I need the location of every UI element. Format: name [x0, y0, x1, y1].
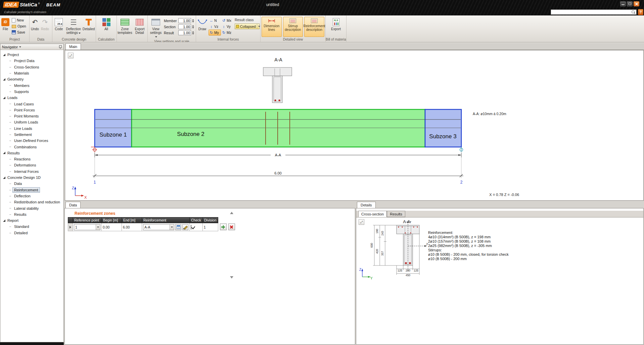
file-button[interactable]: ID File — [1, 16, 10, 32]
nav-item-redistribution[interactable]: Redistribution and reduction — [0, 199, 63, 205]
save-button[interactable]: Save — [11, 29, 27, 35]
reference-point-dropdown[interactable]: 1 — [74, 224, 100, 230]
open-button[interactable]: Open — [11, 23, 27, 29]
result-scale-spinner[interactable] — [192, 31, 194, 35]
nav-item-standard[interactable]: Standard — [0, 224, 63, 230]
nav-item-uniform-loads[interactable]: Uniform Loads — [0, 119, 63, 125]
view-settings-button[interactable]: View settings — [148, 16, 163, 39]
edit-reinforcement-button[interactable] — [182, 224, 188, 230]
end-value[interactable]: 6.00 — [122, 223, 142, 231]
collapse-icon[interactable] — [3, 78, 5, 81]
force-toggle-n[interactable]: ↔N — [209, 17, 221, 23]
force-toggle-vy[interactable]: ↕Vy — [221, 23, 233, 30]
nav-section-report[interactable]: Report — [0, 217, 63, 224]
check-checkbox[interactable] — [191, 225, 191, 230]
nav-item-point-moments[interactable]: Point Moments — [0, 113, 63, 119]
export-detail-button[interactable]: Export Detail — [133, 16, 146, 36]
collapse-icon[interactable] — [3, 97, 5, 99]
collapse-icon[interactable] — [3, 152, 5, 154]
add-zone-button[interactable] — [220, 224, 227, 230]
reinforcement-description-toggle[interactable]: Reinforcement description — [304, 17, 324, 37]
nav-item-combinations[interactable]: Combinations — [0, 144, 63, 150]
begin-value[interactable]: 0.00 — [102, 223, 122, 231]
force-toggle-vz[interactable]: ↕Vz — [209, 23, 221, 30]
member-scale-spinner[interactable] — [192, 19, 194, 22]
nav-item-materials[interactable]: Materials — [0, 70, 63, 76]
group-label-project: Project — [0, 37, 29, 42]
nav-item-deflection[interactable]: Deflection — [0, 193, 63, 199]
subzone-2-region[interactable] — [132, 109, 425, 147]
row-marker[interactable] — [68, 223, 73, 231]
search-input[interactable] — [551, 10, 631, 14]
stirrup-description-toggle[interactable]: Stirrup description — [283, 17, 303, 37]
delete-zone-button[interactable] — [228, 224, 235, 230]
nav-item-supports[interactable]: Supports — [0, 89, 63, 95]
nav-item-deformations[interactable]: Deformations — [0, 162, 63, 168]
subzone-3-region[interactable] — [425, 109, 461, 147]
new-button[interactable]: New — [11, 17, 27, 23]
nav-item-data[interactable]: Data — [0, 181, 63, 187]
dimension-lines-toggle[interactable]: Dimension lines — [262, 17, 282, 37]
tab-results[interactable]: Results — [387, 211, 405, 217]
scroll-up-arrow[interactable] — [230, 212, 233, 214]
nav-item-lateral-stability[interactable]: Lateral stability — [0, 205, 63, 211]
deflection-settings-button[interactable]: Deflection settings — [65, 16, 82, 36]
subzone-1-region[interactable] — [95, 109, 132, 147]
section-scale-input[interactable] — [178, 24, 191, 29]
tab-cross-section[interactable]: Cross-section — [358, 211, 387, 217]
scroll-down-arrow[interactable] — [230, 276, 233, 279]
zone-template-button[interactable] — [175, 224, 181, 230]
force-toggle-mz[interactable]: ↻Mz — [221, 30, 233, 36]
section-scale-spinner[interactable] — [192, 25, 194, 29]
member-scale-input[interactable] — [178, 18, 191, 23]
draw-button[interactable]: Draw — [197, 16, 208, 32]
navigator-dropdown-icon[interactable] — [19, 46, 21, 48]
result-scale-input[interactable] — [178, 30, 191, 35]
nav-item-project-data[interactable]: Project Data — [0, 58, 63, 64]
nav-item-reactions[interactable]: Reactions — [0, 156, 63, 162]
calculate-all-button[interactable]: All — [102, 16, 111, 32]
search-icon[interactable] — [631, 10, 636, 14]
nav-item-user-defined-forces[interactable]: User-Defined Forces — [0, 138, 63, 144]
nav-item-cross-sections[interactable]: Cross-Sections — [0, 64, 63, 70]
nav-item-load-cases[interactable]: Load Cases — [0, 101, 63, 107]
maximize-button[interactable] — [627, 1, 633, 6]
tab-data[interactable]: Data — [65, 202, 81, 208]
force-toggle-mx[interactable]: ↺Mx — [221, 17, 233, 23]
nav-item-settlement[interactable]: Settlement — [0, 132, 63, 138]
detailed-button[interactable]: Detailed — [82, 16, 95, 32]
pin-icon[interactable] — [58, 45, 62, 49]
nav-section-project[interactable]: Project — [0, 52, 63, 58]
nav-item-line-loads[interactable]: Line Loads — [0, 126, 63, 132]
force-toggle-my[interactable]: ↻My — [209, 30, 221, 36]
code-button[interactable]: 25.8 Code — [53, 16, 65, 32]
fit-view-button[interactable]: ⤢ — [68, 53, 74, 58]
close-button[interactable] — [634, 1, 639, 6]
nav-section-concrete-design-1d[interactable]: Concrete Design 1D — [0, 175, 63, 181]
collapse-icon[interactable] — [3, 54, 5, 56]
nav-item-members[interactable]: Members — [0, 82, 63, 88]
nav-section-loads[interactable]: Loads — [0, 95, 63, 101]
nav-section-results[interactable]: Results — [0, 150, 63, 156]
minimize-button[interactable] — [620, 1, 626, 6]
division-value[interactable]: 1 — [202, 223, 218, 231]
zone-templates-button[interactable]: Zone templates — [118, 16, 132, 36]
export-bom-button[interactable]: XLS Export — [330, 16, 341, 32]
help-button[interactable]: ? — [638, 9, 643, 15]
nav-item-internal-forces[interactable]: Internal Forces — [0, 168, 63, 175]
collapse-icon[interactable] — [3, 177, 5, 179]
undo-button[interactable]: ↶ Undo — [30, 16, 40, 32]
nav-item-detailed[interactable]: Detailed — [0, 230, 63, 236]
redo-button[interactable]: ↷ Redo — [40, 16, 50, 32]
collapse-icon[interactable] — [3, 219, 5, 222]
main-canvas[interactable]: ⤢ A-A — [65, 50, 644, 201]
reinforcement-dropdown[interactable]: A-A — [143, 224, 174, 230]
tab-details[interactable]: Details — [357, 202, 376, 208]
nav-item-reinforcement[interactable]: Reinforcement — [0, 187, 63, 193]
nav-item-results[interactable]: Results — [0, 211, 63, 217]
fit-view-button[interactable]: ⤢ — [359, 219, 364, 225]
tab-main[interactable]: Main — [65, 43, 81, 50]
result-class-dropdown[interactable]: Collapsed — [235, 23, 260, 29]
nav-item-point-forces[interactable]: Point Forces — [0, 107, 63, 113]
nav-section-geometry[interactable]: Geometry — [0, 76, 63, 82]
